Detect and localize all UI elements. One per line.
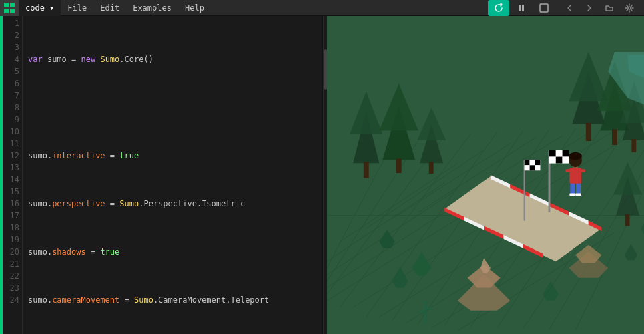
svg-rect-42 [364,162,369,178]
folder-button[interactable] [600,0,619,16]
svg-rect-96 [530,160,535,165]
svg-rect-92 [563,157,569,164]
svg-rect-99 [530,165,535,170]
code-area: 1 2 3 4 5 6 7 8 9 10 11 12 13 14 15 16 1… [3,16,322,334]
svg-rect-71 [418,311,424,313]
svg-rect-89 [563,150,569,157]
code-editor[interactable]: 1 2 3 4 5 6 7 8 9 10 11 12 13 14 15 16 1… [3,16,323,334]
svg-rect-54 [612,129,617,145]
game-viewport[interactable] [327,16,644,334]
svg-rect-97 [535,160,540,165]
svg-rect-1 [10,3,15,7]
svg-rect-51 [586,123,591,141]
svg-rect-72 [427,307,432,310]
svg-rect-3 [10,9,15,13]
svg-rect-6 [540,4,548,12]
svg-rect-102 [576,183,581,195]
svg-rect-106 [565,169,570,172]
game-scene [327,16,644,334]
svg-rect-101 [570,183,575,195]
svg-rect-5 [522,5,524,11]
svg-rect-48 [429,162,434,174]
svg-rect-70 [424,301,427,323]
svg-rect-104 [575,193,581,196]
line-numbers: 1 2 3 4 5 6 7 8 9 10 11 12 13 14 15 16 1… [3,16,23,334]
svg-rect-95 [525,160,530,165]
svg-rect-0 [4,3,9,7]
menu-help[interactable]: Help [178,0,211,16]
svg-rect-103 [569,193,575,196]
fullscreen-button[interactable] [533,0,555,16]
svg-rect-90 [549,157,556,164]
nav-buttons [560,0,644,16]
svg-rect-4 [519,5,521,11]
svg-rect-107 [581,169,585,172]
svg-rect-91 [556,157,563,164]
svg-rect-88 [556,150,563,157]
menu-edit[interactable]: Edit [93,0,126,16]
svg-rect-60 [625,214,630,226]
svg-rect-100 [535,165,540,170]
forward-button[interactable] [580,0,599,16]
scroll-thumb[interactable] [324,49,327,90]
svg-rect-57 [631,139,636,152]
menu-examples[interactable]: Examples [126,0,178,16]
svg-point-7 [628,7,631,9]
svg-rect-105 [569,168,581,184]
settings-button[interactable] [620,0,639,16]
refresh-button[interactable] [488,0,509,16]
svg-rect-45 [396,159,402,174]
back-button[interactable] [560,0,579,16]
menu-file[interactable]: File [61,0,93,16]
svg-rect-87 [549,150,556,157]
pause-button[interactable] [511,0,532,16]
toolbar-icons [488,0,560,16]
app-logo [0,0,19,16]
svg-rect-2 [4,9,9,13]
code-content[interactable]: var sumo = new Sumo.Core() sumo.interact… [23,16,322,334]
menu-code[interactable]: code ▾ [19,0,61,16]
svg-point-110 [569,152,582,160]
svg-rect-98 [525,165,530,170]
menu-bar: code ▾ File Edit Examples Help [0,0,644,16]
main-layout: 1 2 3 4 5 6 7 8 9 10 11 12 13 14 15 16 1… [0,16,644,334]
